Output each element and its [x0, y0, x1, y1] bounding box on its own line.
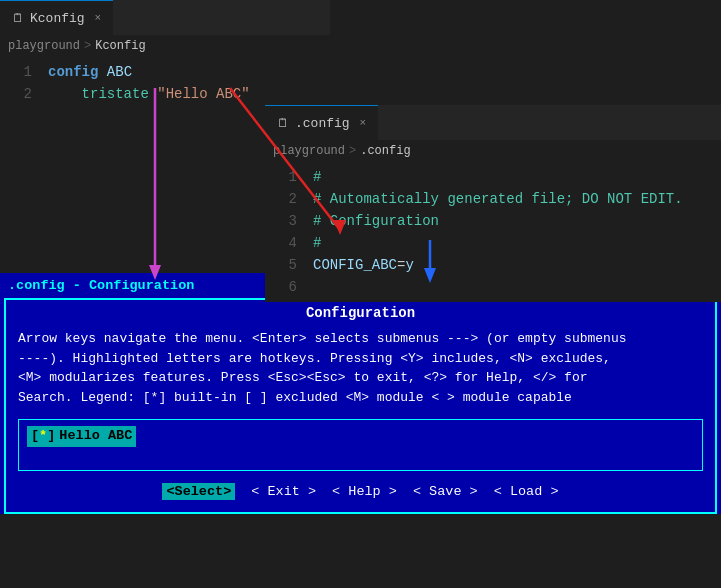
code-line-1: 1 config ABC: [0, 61, 330, 83]
dc-comment-3: # Configuration: [313, 210, 439, 232]
dc-line-num-2: 2: [273, 188, 297, 210]
keyword-tristate: tristate: [82, 83, 149, 105]
load-button[interactable]: < Load >: [494, 483, 559, 502]
bracket-open: [: [31, 427, 39, 446]
load-btn-label[interactable]: < Load >: [494, 484, 559, 499]
exit-btn-label[interactable]: < Exit >: [251, 484, 316, 499]
kconfig-tab[interactable]: 🗒 Kconfig ×: [0, 0, 113, 35]
kconfig-breadcrumb: playground > Kconfig: [0, 35, 330, 57]
breadcrumb-kconfig: Kconfig: [95, 39, 145, 53]
dotconfig-line-3: 3 # Configuration: [265, 210, 721, 232]
dotconfig-line-1: 1 #: [265, 166, 721, 188]
dc-comment-1: #: [313, 166, 321, 188]
dotconfig-breadcrumb: playground > .config: [265, 140, 721, 162]
dc-value-y: y: [405, 254, 413, 276]
config-name-abc: ABC: [107, 61, 132, 83]
dc-equals: =: [397, 254, 405, 276]
tui-description: Arrow keys navigate the menu. <Enter> se…: [6, 325, 715, 415]
select-btn-label[interactable]: <Select>: [162, 483, 235, 500]
file-icon: 🗒: [12, 11, 24, 26]
dc-line-num-3: 3: [273, 210, 297, 232]
tristate-value: "Hello ABC": [157, 83, 249, 105]
dc-line-num-1: 1: [273, 166, 297, 188]
item-hello-abc: Hello ABC: [59, 427, 132, 446]
dotconfig-file-icon: 🗒: [277, 116, 289, 131]
kconfig-tab-bar: 🗒 Kconfig ×: [0, 0, 330, 35]
dc-line-num-5: 5: [273, 254, 297, 276]
line-num-2: 2: [8, 83, 32, 105]
tui-buttons: <Select> < Exit > < Help > < Save > < Lo…: [6, 475, 715, 512]
dotconfig-editor: 🗒 .config × playground > .config 1 # 2 #…: [265, 105, 721, 302]
dc-comment-2: # Automatically generated file; DO NOT E…: [313, 188, 683, 210]
kconfig-close-button[interactable]: ×: [95, 12, 102, 24]
tui-list-area: [ * ] Hello ABC: [18, 419, 703, 471]
breadcrumb-dotconfig: .config: [360, 144, 410, 158]
breadcrumb-sep2: >: [349, 144, 356, 158]
breadcrumb-sep1: >: [84, 39, 91, 53]
dc-line-num-4: 4: [273, 232, 297, 254]
dotconfig-tab-bar: 🗒 .config ×: [265, 105, 721, 140]
tui-list-item-hello-abc[interactable]: [ * ] Hello ABC: [27, 426, 136, 447]
help-button[interactable]: < Help >: [332, 483, 397, 502]
dc-comment-4: #: [313, 232, 321, 254]
breadcrumb-playground2: playground: [273, 144, 345, 158]
dotconfig-line-4: 4 #: [265, 232, 721, 254]
breadcrumb-playground: playground: [8, 39, 80, 53]
save-btn-label[interactable]: < Save >: [413, 484, 478, 499]
kconfig-tab-label: Kconfig: [30, 11, 85, 26]
dc-line-num-6: 6: [273, 276, 297, 298]
dotconfig-tab-label: .config: [295, 116, 350, 131]
keyword-config: config: [48, 61, 98, 83]
dotconfig-close-button[interactable]: ×: [360, 117, 367, 129]
tui-body: Configuration Arrow keys navigate the me…: [4, 298, 717, 514]
tui-title: .config - Configuration: [8, 278, 194, 293]
star-indicator: *: [39, 427, 47, 446]
dotconfig-tab[interactable]: 🗒 .config ×: [265, 105, 378, 140]
dotconfig-line-2: 2 # Automatically generated file; DO NOT…: [265, 188, 721, 210]
dotconfig-code: 1 # 2 # Automatically generated file; DO…: [265, 162, 721, 302]
dotconfig-line-5: 5 CONFIG_ABC=y: [265, 254, 721, 276]
dc-config-abc: CONFIG_ABC: [313, 254, 397, 276]
help-btn-label[interactable]: < Help >: [332, 484, 397, 499]
code-line-2: 2 tristate "Hello ABC": [0, 83, 330, 105]
bracket-close: ]: [47, 427, 55, 446]
dotconfig-line-6: 6: [265, 276, 721, 298]
select-button[interactable]: <Select>: [162, 483, 235, 502]
line-num-1: 1: [8, 61, 32, 83]
save-button[interactable]: < Save >: [413, 483, 478, 502]
kconfig-editor: 🗒 Kconfig × playground > Kconfig 1 confi…: [0, 0, 330, 109]
kconfig-code: 1 config ABC 2 tristate "Hello ABC": [0, 57, 330, 109]
tui-header: Configuration: [6, 300, 715, 326]
tui-panel: .config - Configuration Configuration Ar…: [0, 273, 721, 514]
exit-button[interactable]: < Exit >: [251, 483, 316, 502]
